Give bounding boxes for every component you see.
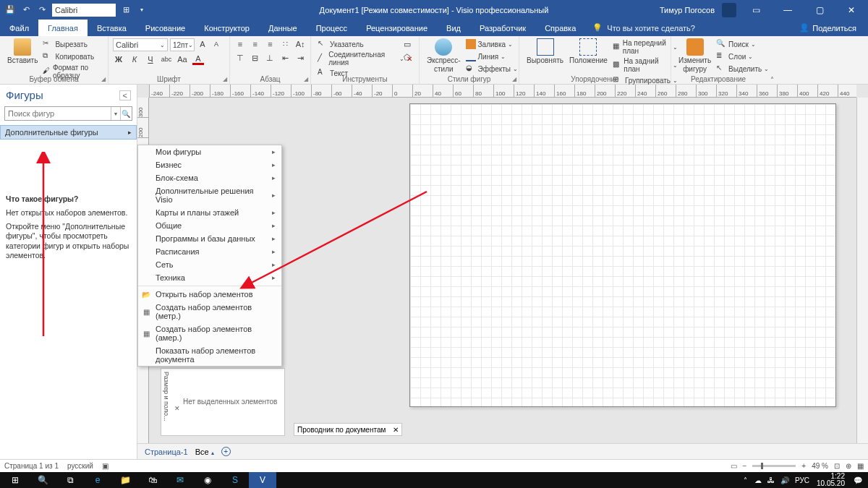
italic-button[interactable]: К: [129, 53, 140, 65]
tab-insert[interactable]: Вставка: [88, 20, 136, 36]
rotate-text-icon[interactable]: A↕: [294, 38, 306, 50]
zoom-out-icon[interactable]: −: [743, 462, 747, 470]
fill-button[interactable]: Заливка ⌄: [464, 38, 520, 50]
tell-me[interactable]: 💡Что вы хотите сделать?: [585, 20, 702, 36]
document-explorer[interactable]: Проводник по документам✕: [294, 423, 402, 436]
tray-volume-icon[interactable]: 🔊: [778, 476, 792, 484]
page-tab-1[interactable]: Страница-1: [145, 448, 188, 456]
find-button[interactable]: 🔍Поиск ⌄: [714, 38, 771, 50]
cut-button[interactable]: ✂Вырезать: [41, 38, 103, 50]
copy-button[interactable]: ⧉Копировать: [41, 51, 103, 62]
tab-view[interactable]: Вид: [437, 20, 470, 36]
status-language[interactable]: русский: [67, 462, 93, 470]
quick-styles-button[interactable]: Экспресс-стили: [424, 38, 464, 74]
tray-notifications-icon[interactable]: 💬: [849, 476, 867, 484]
tray-clock[interactable]: 1:2210.05.20: [812, 473, 849, 487]
zoom-slider[interactable]: [752, 465, 796, 467]
tab-process[interactable]: Процесс: [307, 20, 357, 36]
menu-new-stencil-us[interactable]: ▦Создать набор элементов (амер.): [138, 322, 281, 344]
font-launcher-icon[interactable]: ◢: [223, 76, 227, 82]
tray-expand-icon[interactable]: ˄: [739, 476, 752, 484]
task-view-icon[interactable]: ⧉: [56, 472, 84, 488]
tab-design[interactable]: Конструктор: [195, 20, 259, 36]
grow-font-icon[interactable]: A: [197, 38, 208, 50]
font-size-combo[interactable]: 12пт⌄: [170, 38, 195, 51]
increase-indent-icon[interactable]: ⇥: [294, 52, 306, 64]
menu-my-shapes[interactable]: Мои фигуры▸: [138, 145, 281, 158]
font-color-button[interactable]: A: [192, 53, 204, 65]
send-back-button[interactable]: ▩На задний план ⌄: [610, 56, 680, 74]
change-shape-button[interactable]: Изменитьфигуру: [676, 38, 714, 74]
menu-visio-extras[interactable]: Дополнительные решения Visio▸: [138, 184, 281, 206]
new-page-icon[interactable]: +: [221, 447, 231, 456]
rectangle-tool-icon[interactable]: ▭: [401, 38, 413, 50]
bring-front-button[interactable]: ▦На передний план ⌄: [610, 38, 680, 56]
underline-button[interactable]: Ч: [145, 53, 156, 65]
tab-home[interactable]: Главная: [38, 20, 88, 36]
fit-page-icon[interactable]: ⊡: [834, 462, 840, 470]
text-case-button[interactable]: Aa: [176, 53, 188, 65]
menu-open-stencil[interactable]: 📂Открыть набор элементов: [138, 288, 281, 301]
decrease-indent-icon[interactable]: ⇤: [279, 52, 291, 64]
pointer-tool[interactable]: ↖Указатель: [315, 38, 414, 50]
tab-file[interactable]: Файл: [0, 20, 38, 36]
font-name-combo[interactable]: Calibri⌄: [113, 38, 168, 51]
qat-font-display[interactable]: Calibri: [52, 4, 116, 17]
connector-tool[interactable]: ╱Соединительная линия ⌄ ✕: [315, 50, 414, 67]
user-avatar[interactable]: [722, 3, 736, 17]
taskbar-mail-icon[interactable]: ✉: [166, 472, 194, 488]
clipboard-launcher-icon[interactable]: ◢: [101, 76, 106, 82]
size-pane-close-icon[interactable]: ✕: [174, 405, 180, 412]
maximize-icon[interactable]: ▢: [807, 0, 832, 20]
start-button[interactable]: ⊞: [1, 472, 29, 488]
all-pages-button[interactable]: Все ▴: [195, 448, 214, 456]
menu-new-stencil-metric[interactable]: ▦Создать набор элементов (метр.): [138, 301, 281, 322]
menu-schedule[interactable]: Расписания▸: [138, 245, 281, 258]
align-right-icon[interactable]: ≡: [265, 38, 276, 50]
align-bottom-icon[interactable]: ⊥: [265, 52, 276, 64]
shapes-search-input[interactable]: [5, 107, 111, 120]
tab-draw[interactable]: Рисование: [136, 20, 195, 36]
shapes-pane-minimize-icon[interactable]: <: [119, 90, 131, 100]
tray-onedrive-icon[interactable]: ☁: [752, 476, 765, 484]
touch-mode-icon[interactable]: ⊞: [120, 4, 132, 16]
shapes-gallery-icon[interactable]: ⬠: [401, 51, 413, 63]
undo-icon[interactable]: ↶: [20, 4, 32, 16]
more-shapes-button[interactable]: Дополнительные фигуры ▸: [0, 125, 137, 140]
pan-zoom-icon[interactable]: ⊕: [846, 462, 851, 470]
qat-customize-icon[interactable]: ▾: [136, 4, 148, 16]
select-button[interactable]: ↖Выделить ⌄: [714, 63, 771, 74]
tab-developer[interactable]: Разработчик: [470, 20, 535, 36]
tab-review[interactable]: Рецензирование: [357, 20, 437, 36]
menu-network[interactable]: Сеть▸: [138, 258, 281, 271]
zoom-in-icon[interactable]: +: [801, 462, 806, 470]
bullets-icon[interactable]: ∷: [279, 38, 291, 50]
share-button[interactable]: 👤Поделиться: [788, 20, 868, 36]
size-position-pane[interactable]: Размер и поло... ✕ Нет выделенных элемен…: [161, 368, 285, 436]
tray-network-icon[interactable]: 🖧: [765, 476, 778, 484]
ribbon-display-icon[interactable]: ▭: [744, 0, 768, 20]
paragraph-launcher-icon[interactable]: ◢: [304, 76, 308, 82]
paste-button[interactable]: Вставить: [4, 38, 41, 80]
layers-button[interactable]: ≣Слои ⌄: [714, 51, 771, 62]
align-left-icon[interactable]: ≡: [234, 38, 246, 50]
minimize-icon[interactable]: —: [775, 0, 800, 20]
drawing-page[interactable]: [409, 103, 836, 407]
switch-windows-icon[interactable]: ▦: [857, 462, 864, 470]
tab-help[interactable]: Справка: [535, 20, 585, 36]
search-go-icon[interactable]: 🔍: [120, 107, 132, 120]
align-top-icon[interactable]: ⊤: [234, 52, 246, 64]
search-dropdown-icon[interactable]: ▾: [111, 107, 120, 120]
strike-button[interactable]: abc: [161, 53, 172, 65]
save-icon[interactable]: 💾: [4, 4, 16, 16]
taskbar-store-icon[interactable]: 🛍: [139, 472, 166, 488]
shapestyles-launcher-icon[interactable]: ◢: [512, 76, 516, 82]
bold-button[interactable]: Ж: [113, 53, 124, 65]
zoom-level[interactable]: 49 %: [812, 462, 828, 470]
taskbar-visio-icon[interactable]: V: [249, 472, 276, 488]
menu-software[interactable]: Программы и базы данных▸: [138, 232, 281, 245]
menu-flowchart[interactable]: Блок-схема▸: [138, 171, 281, 184]
taskbar-explorer-icon[interactable]: 📁: [111, 472, 139, 488]
shrink-font-icon[interactable]: A: [210, 38, 222, 50]
tray-language[interactable]: РУС: [792, 476, 812, 484]
